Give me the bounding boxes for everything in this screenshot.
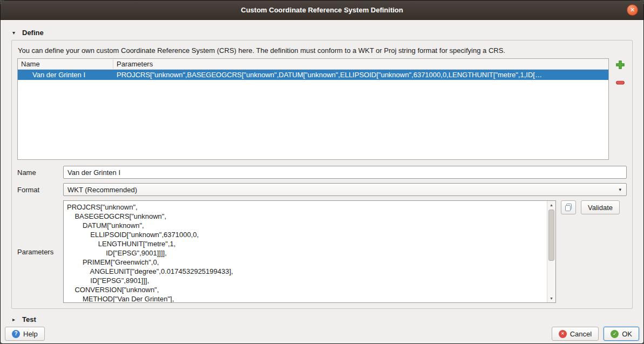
collapse-down-arrow-icon: ▾ bbox=[12, 30, 18, 36]
parameters-field-row: Parameters PROJCRS["unknown", BASEGEOGCR… bbox=[17, 200, 627, 303]
window-title: Custom Coordinate Reference System Defin… bbox=[241, 6, 403, 14]
help-icon: ? bbox=[12, 330, 20, 338]
name-label: Name bbox=[17, 168, 63, 177]
add-crs-button[interactable] bbox=[614, 58, 627, 71]
footer-right-buttons: ✕ Cancel ✓ OK bbox=[552, 327, 639, 341]
help-label: Help bbox=[23, 330, 38, 338]
parameters-side-buttons: Validate bbox=[561, 200, 620, 214]
parameters-editor: PROJCRS["unknown", BASEGEOGCRS["unknown"… bbox=[63, 200, 556, 303]
crs-table-area: Name Parameters Van der Grinten I PROJCR… bbox=[17, 58, 627, 160]
define-group-label: Define bbox=[22, 29, 44, 37]
close-button[interactable]: ✕ bbox=[627, 4, 638, 16]
scrollbar-thumb[interactable] bbox=[548, 210, 554, 261]
scroll-up-icon[interactable]: ▲ bbox=[547, 201, 555, 209]
name-input[interactable] bbox=[63, 166, 627, 179]
collapse-right-arrow-icon: ▸ bbox=[12, 316, 18, 322]
format-select[interactable]: WKT (Recommended) ▾ bbox=[63, 183, 627, 196]
remove-crs-button[interactable] bbox=[614, 76, 627, 89]
row-name-cell: Van der Grinten I bbox=[18, 71, 113, 79]
help-button[interactable]: ? Help bbox=[5, 327, 45, 341]
custom-crs-dialog: Custom Coordinate Reference System Defin… bbox=[0, 0, 644, 344]
close-icon: ✕ bbox=[630, 7, 635, 13]
crs-list[interactable]: Name Parameters Van der Grinten I PROJCR… bbox=[17, 58, 609, 160]
crs-list-header: Name Parameters bbox=[18, 59, 608, 70]
ok-button[interactable]: ✓ OK bbox=[604, 327, 639, 341]
test-group-label: Test bbox=[22, 315, 36, 323]
validate-button[interactable]: Validate bbox=[581, 200, 620, 214]
copy-icon bbox=[564, 203, 573, 212]
copy-wkt-button[interactable] bbox=[561, 200, 576, 214]
row-parameters-cell: PROJCRS["unknown",BASEGEOGCRS["unknown",… bbox=[113, 71, 608, 79]
column-header-parameters[interactable]: Parameters bbox=[113, 59, 156, 69]
scrollbar-track[interactable] bbox=[547, 209, 555, 294]
crs-description-text: You can define your own custom Coordinat… bbox=[18, 46, 626, 55]
cancel-icon: ✕ bbox=[559, 330, 567, 338]
ok-icon: ✓ bbox=[611, 330, 619, 338]
scroll-down-icon[interactable]: ▼ bbox=[547, 294, 555, 302]
parameters-scrollbar[interactable]: ▲ ▼ bbox=[547, 201, 555, 302]
ok-label: OK bbox=[622, 330, 632, 338]
list-tool-buttons bbox=[614, 58, 627, 160]
name-field-row: Name bbox=[17, 166, 627, 179]
table-row[interactable]: Van der Grinten I PROJCRS["unknown",BASE… bbox=[18, 70, 608, 80]
cancel-button[interactable]: ✕ Cancel bbox=[552, 327, 599, 341]
parameters-label-wrap: Parameters bbox=[17, 200, 63, 303]
test-group-header[interactable]: ▸ Test bbox=[12, 315, 633, 323]
validate-label: Validate bbox=[588, 204, 613, 212]
chevron-down-icon: ▾ bbox=[619, 187, 621, 192]
dialog-button-box: ? Help ✕ Cancel ✓ OK bbox=[5, 327, 639, 341]
titlebar[interactable]: Custom Coordinate Reference System Defin… bbox=[1, 1, 643, 20]
plus-icon bbox=[615, 60, 625, 70]
cancel-label: Cancel bbox=[570, 330, 592, 338]
parameters-textarea[interactable]: PROJCRS["unknown", BASEGEOGCRS["unknown"… bbox=[64, 201, 547, 302]
format-selected-value: WKT (Recommended) bbox=[67, 186, 137, 194]
dialog-content: ▾ Define You can define your own custom … bbox=[1, 20, 643, 323]
format-label: Format bbox=[17, 186, 63, 194]
define-group-frame: You can define your own custom Coordinat… bbox=[11, 40, 633, 309]
define-group-header[interactable]: ▾ Define bbox=[12, 29, 633, 37]
minus-icon bbox=[615, 78, 625, 87]
column-header-name[interactable]: Name bbox=[18, 59, 113, 69]
format-field-row: Format WKT (Recommended) ▾ bbox=[17, 183, 627, 196]
parameters-label: Parameters bbox=[17, 248, 53, 256]
